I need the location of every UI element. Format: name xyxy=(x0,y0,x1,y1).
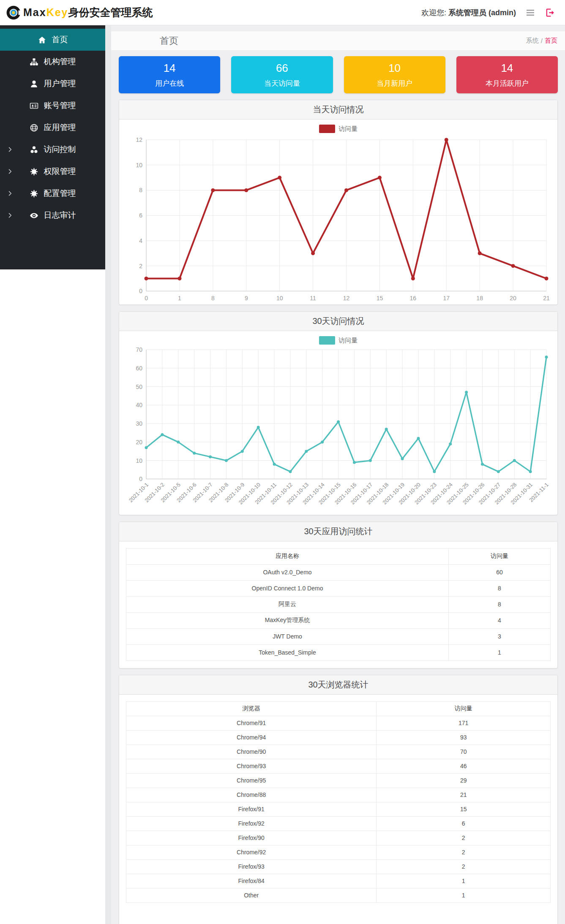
page-title: 首页 xyxy=(160,35,178,47)
maxkey-logo-icon xyxy=(6,5,22,21)
sidebar-item-config[interactable]: 配置管理 xyxy=(0,182,105,204)
sidebar-item-home[interactable]: 首页 xyxy=(0,29,105,51)
table-header-row: 应用名称访问量 xyxy=(126,548,551,564)
svg-text:9: 9 xyxy=(245,295,248,302)
legend-label: 访问量 xyxy=(338,337,358,345)
app-title: MaxKey身份安全管理系统 xyxy=(23,5,153,19)
stats-table: 浏览器访问量Chrome/91171Chrome/9493Chrome/9070… xyxy=(126,701,551,903)
menu-toggle-icon[interactable] xyxy=(525,8,535,18)
panel-today-visits: 当天访问情况 访问量024681012018910111215161718202… xyxy=(119,100,558,305)
table-header-cell: 浏览器 xyxy=(126,701,377,716)
table-cell: Chrome/95 xyxy=(126,773,377,788)
logout-icon[interactable] xyxy=(545,8,555,18)
sidebar-item-access-control[interactable]: 访问控制 xyxy=(0,139,105,160)
svg-text:40: 40 xyxy=(136,402,142,409)
table-header-row: 浏览器访问量 xyxy=(126,701,551,716)
table-row: Chrome/91171 xyxy=(126,716,551,730)
table-header-cell: 应用名称 xyxy=(126,548,449,564)
svg-text:20: 20 xyxy=(136,439,142,446)
table-cell: Chrome/93 xyxy=(126,759,377,773)
table-cell: 3 xyxy=(449,628,551,644)
table-cell: Firefox/91 xyxy=(126,802,377,816)
panel-title-today-visits: 当天访问情况 xyxy=(119,100,557,120)
svg-text:60: 60 xyxy=(136,365,142,372)
table-cell: 60 xyxy=(449,564,551,580)
table-cell: 1 xyxy=(377,874,551,888)
globe-icon xyxy=(30,123,38,132)
stat-card-label: 当天访问量 xyxy=(264,79,300,88)
table-cell: 8 xyxy=(449,580,551,596)
table-cell: 70 xyxy=(377,745,551,759)
panel-title-30day-visits: 30天访问情况 xyxy=(119,312,557,331)
svg-text:0: 0 xyxy=(139,288,142,294)
table-cell: Chrome/88 xyxy=(126,788,377,802)
user-icon xyxy=(30,79,38,88)
table-row: Firefox/932 xyxy=(126,859,551,874)
table-cell: 171 xyxy=(377,716,551,730)
stat-card-1: 66当天访问量 xyxy=(231,56,333,93)
breadcrumb-root-link[interactable]: 系统 xyxy=(526,37,539,45)
sidebar-item-label: 日志审计 xyxy=(44,210,76,221)
sidebar-item-audit[interactable]: 日志审计 xyxy=(0,204,105,226)
table-row: Chrome/9529 xyxy=(126,773,551,788)
sidebar-item-label: 用户管理 xyxy=(44,78,76,89)
svg-text:10: 10 xyxy=(136,457,142,464)
svg-text:16: 16 xyxy=(410,295,417,302)
table-cell: Firefox/84 xyxy=(126,874,377,888)
cubes-icon xyxy=(30,145,38,154)
chevron-right-icon xyxy=(6,190,14,197)
table-header-cell: 访问量 xyxy=(377,701,551,716)
stat-card-value: 14 xyxy=(501,62,513,75)
table-row: Chrome/9070 xyxy=(126,745,551,759)
sidebar-item-label: 账号管理 xyxy=(44,100,76,111)
stat-card-0: 14用户在线 xyxy=(119,56,220,93)
sidebar-item-permissions[interactable]: 权限管理 xyxy=(0,160,105,182)
svg-text:12: 12 xyxy=(136,136,142,143)
breadcrumb-separator: / xyxy=(541,37,543,44)
app-logo: MaxKey身份安全管理系统 xyxy=(6,5,153,21)
svg-text:10: 10 xyxy=(276,295,283,302)
svg-text:11: 11 xyxy=(310,295,316,302)
table-row: Chrome/9346 xyxy=(126,759,551,773)
browser-stats-table-wrap: 浏览器访问量Chrome/91171Chrome/9493Chrome/9070… xyxy=(119,695,557,924)
table-row: Token_Based_Simple1 xyxy=(126,644,551,660)
table-cell: 29 xyxy=(377,773,551,788)
sidebar-item-users[interactable]: 用户管理 xyxy=(0,73,105,95)
svg-text:12: 12 xyxy=(343,295,350,302)
today-visits-chart: 访问量0246810120189101112151617182021 xyxy=(119,120,557,304)
table-row: Firefox/841 xyxy=(126,874,551,888)
visits-line-chart: 0246810120189101112151617182021 xyxy=(125,135,551,303)
table-cell: Chrome/94 xyxy=(126,730,377,745)
table-cell: 2 xyxy=(377,845,551,859)
sidebar-item-accounts[interactable]: 账号管理 xyxy=(0,95,105,117)
sidebar-item-label: 机构管理 xyxy=(44,56,76,67)
table-cell: 93 xyxy=(377,730,551,745)
breadcrumb-current-link[interactable]: 首页 xyxy=(545,37,557,45)
svg-text:0: 0 xyxy=(139,476,142,483)
table-cell: 6 xyxy=(377,816,551,831)
chevron-right-icon xyxy=(6,146,14,153)
svg-text:20: 20 xyxy=(510,295,516,302)
dashboard-content: 14用户在线66当天访问量10当月新用户14本月活跃用户 当天访问情况 访问量0… xyxy=(111,51,565,924)
stat-card-label: 用户在线 xyxy=(155,79,184,88)
table-cell: 1 xyxy=(377,888,551,902)
table-row: MaxKey管理系统4 xyxy=(126,612,551,628)
table-row: Firefox/902 xyxy=(126,831,551,845)
svg-text:30: 30 xyxy=(136,420,142,427)
table-cell: 15 xyxy=(377,802,551,816)
chevron-right-icon xyxy=(6,212,14,219)
table-cell: MaxKey管理系统 xyxy=(126,612,449,628)
legend-swatch xyxy=(319,336,335,345)
stat-card-3: 14本月活跃用户 xyxy=(456,56,558,93)
table-row: 阿里云8 xyxy=(126,596,551,612)
svg-text:17: 17 xyxy=(443,295,450,302)
sidebar-item-org[interactable]: 机构管理 xyxy=(0,51,105,73)
table-row: Chrome/8821 xyxy=(126,788,551,802)
sidebar-item-apps[interactable]: 应用管理 xyxy=(0,117,105,139)
30day-visits-chart: 访问量0102030405060702021-10-12021-10-22021… xyxy=(119,331,557,514)
chart-legend[interactable]: 访问量 xyxy=(125,331,551,346)
panel-title-browser-stats: 30天浏览器统计 xyxy=(119,675,557,695)
svg-text:6: 6 xyxy=(139,212,142,219)
stats-table: 应用名称访问量OAuth v2.0_Demo60OpenID Connect 1… xyxy=(126,548,551,661)
chart-legend[interactable]: 访问量 xyxy=(125,120,551,135)
